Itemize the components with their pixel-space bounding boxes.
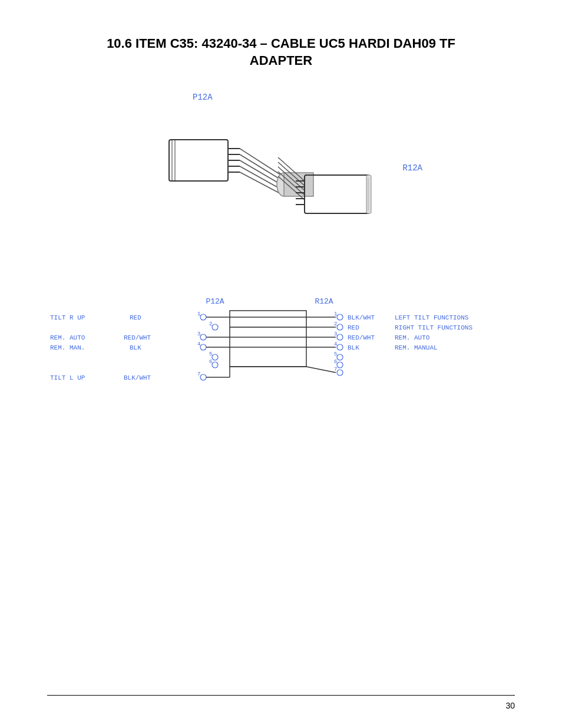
left-color-3: RED/WHT [124, 334, 151, 341]
svg-text:5: 5 [334, 351, 337, 357]
svg-line-11 [240, 166, 281, 189]
right-color-1: BLK/WHT [348, 314, 375, 321]
left-connector [169, 140, 313, 196]
svg-text:2: 2 [209, 321, 212, 327]
bottom-line [47, 695, 515, 696]
wiring-r12a-label: R12A [315, 297, 333, 306]
right-color-2: RED [348, 324, 359, 331]
svg-text:3: 3 [334, 331, 337, 337]
svg-line-10 [240, 160, 281, 185]
left-color-7: BLK/WHT [124, 374, 151, 381]
svg-line-8 [240, 149, 281, 175]
pin-r12a-3 [337, 334, 343, 340]
right-label-2: RIGHT TILT FUNCTIONS [395, 324, 472, 331]
svg-line-53 [306, 367, 336, 373]
right-label-1: LEFT TILT FUNCTIONS [395, 314, 469, 321]
left-color-1: RED [130, 314, 141, 321]
svg-text:4: 4 [334, 341, 337, 347]
pin-p12a-1 [200, 314, 206, 320]
pin-p12a-3 [200, 334, 206, 340]
svg-line-9 [240, 154, 281, 180]
cable-svg [134, 98, 428, 269]
pin-r12a-6 [337, 362, 343, 368]
left-label-3: REM. AUTO [50, 334, 85, 341]
svg-rect-26 [366, 175, 371, 213]
wiring-svg: P12A R12A TILT R UP RED 1 1 BLK/WHT [47, 293, 515, 423]
svg-text:1: 1 [197, 311, 200, 317]
page-number: 30 [505, 701, 515, 710]
left-color-4: BLK [130, 344, 141, 351]
svg-text:6: 6 [209, 359, 212, 365]
pin-p12a-5 [212, 354, 218, 360]
pin-r12a-1 [337, 314, 343, 320]
pin-p12a-6 [212, 362, 218, 368]
right-color-4: BLK [348, 344, 359, 351]
right-label-4: REM. MANUAL [395, 344, 438, 351]
svg-text:7: 7 [334, 367, 337, 373]
pin-p12a-2 [212, 324, 218, 330]
svg-rect-0 [169, 140, 228, 181]
svg-text:7: 7 [197, 371, 200, 377]
svg-rect-25 [305, 175, 369, 213]
cable-illustration: P12A R12A [47, 87, 515, 275]
pin-r12a-7 [337, 370, 343, 375]
svg-text:6: 6 [334, 359, 337, 365]
svg-text:4: 4 [197, 341, 200, 347]
svg-rect-30 [230, 311, 306, 367]
pin-p12a-7 [200, 374, 206, 380]
page-title: 10.6 ITEM C35: 43240-34 – CABLE UC5 HARD… [47, 35, 515, 69]
right-label-3: REM. AUTO [395, 334, 430, 341]
page-container: 10.6 ITEM C35: 43240-34 – CABLE UC5 HARD… [0, 0, 562, 728]
pin-p12a-4 [200, 344, 206, 350]
pin-r12a-2 [337, 324, 343, 330]
right-color-3: RED/WHT [348, 334, 375, 341]
svg-text:2: 2 [334, 321, 337, 327]
wiring-p12a-label: P12A [206, 297, 224, 306]
wiring-diagram-section: P12A R12A TILT R UP RED 1 1 BLK/WHT [47, 293, 515, 423]
svg-text:1: 1 [334, 311, 337, 317]
left-label-7: TILT L UP [50, 374, 85, 381]
svg-text:3: 3 [197, 331, 200, 337]
pin-r12a-4 [337, 344, 343, 350]
left-label-4: REM. MAN. [50, 344, 85, 351]
left-label-1: TILT R UP [50, 314, 85, 321]
svg-line-12 [240, 172, 281, 194]
svg-text:5: 5 [209, 351, 212, 357]
pin-r12a-5 [337, 354, 343, 360]
